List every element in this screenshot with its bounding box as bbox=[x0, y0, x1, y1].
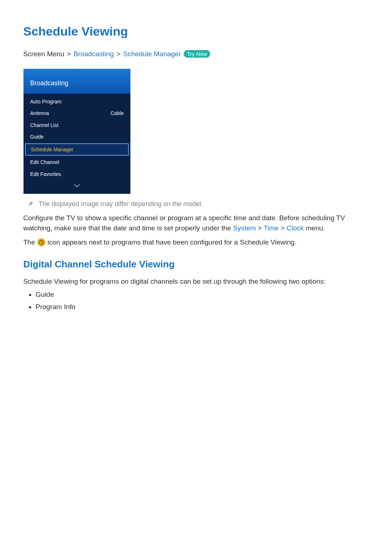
image-disclaimer-text: The displayed image may differ depending… bbox=[38, 199, 203, 209]
image-disclaimer: The displayed image may differ depending… bbox=[28, 199, 369, 209]
broadcasting-menu-card: Broadcasting Auto Program Antenna Cable … bbox=[23, 69, 131, 194]
link-time[interactable]: Time bbox=[264, 224, 279, 232]
list-item: Guide bbox=[36, 290, 369, 300]
menu-item-edit-favorites[interactable]: Edit Favorites bbox=[24, 168, 130, 180]
menu-item-schedule-manager[interactable]: Schedule Manager bbox=[25, 143, 129, 156]
clock-icon bbox=[37, 238, 45, 246]
options-list: Guide Program Info bbox=[36, 290, 369, 312]
subheading-digital-channel: Digital Channel Schedule Viewing bbox=[23, 258, 369, 271]
breadcrumb-schedule-manager[interactable]: Schedule Manager bbox=[123, 50, 181, 58]
body-text: menu. bbox=[304, 224, 325, 232]
body-text: The bbox=[23, 237, 35, 248]
menu-item-channel-list[interactable]: Channel List bbox=[24, 119, 130, 131]
body-text: icon appears next to programs that have … bbox=[48, 237, 297, 248]
breadcrumb-separator: > bbox=[116, 50, 121, 58]
body-paragraph-3: Schedule Viewing for programs on digital… bbox=[23, 276, 369, 287]
try-now-badge[interactable]: Try Now bbox=[184, 50, 210, 58]
menu-item-guide[interactable]: Guide bbox=[24, 131, 130, 143]
menu-item-label: Schedule Manager bbox=[31, 146, 74, 153]
menu-body: Auto Program Antenna Cable Channel List … bbox=[24, 94, 130, 194]
link-system[interactable]: System bbox=[233, 224, 256, 232]
body-paragraph-1: Configure the TV to show a specific chan… bbox=[23, 213, 369, 234]
menu-item-antenna[interactable]: Antenna Cable bbox=[24, 107, 130, 119]
menu-item-label: Edit Channel bbox=[30, 159, 59, 166]
body-paragraph-2: The icon appears next to programs that h… bbox=[23, 237, 369, 248]
menu-item-label: Antenna bbox=[30, 110, 49, 117]
pencil-icon bbox=[28, 200, 33, 209]
menu-item-label: Edit Favorites bbox=[30, 171, 61, 178]
breadcrumb-lead: Screen Menu bbox=[23, 50, 64, 58]
chevron-down-icon bbox=[74, 182, 80, 189]
menu-item-label: Auto Program bbox=[30, 98, 61, 105]
link-clock[interactable]: Clock bbox=[287, 224, 304, 232]
menu-header: Broadcasting bbox=[24, 69, 130, 94]
breadcrumb: Screen Menu > Broadcasting > Schedule Ma… bbox=[23, 49, 369, 59]
menu-item-label: Guide bbox=[30, 133, 44, 140]
menu-item-auto-program[interactable]: Auto Program bbox=[24, 96, 130, 107]
menu-item-value: Cable bbox=[110, 110, 124, 117]
menu-item-label: Channel List bbox=[30, 122, 58, 129]
list-item: Program Info bbox=[36, 302, 369, 312]
breadcrumb-separator: > bbox=[66, 50, 72, 58]
menu-item-edit-channel[interactable]: Edit Channel bbox=[24, 156, 130, 168]
separator: > bbox=[281, 224, 285, 232]
menu-scroll-down[interactable] bbox=[24, 180, 130, 194]
separator: > bbox=[258, 224, 262, 232]
breadcrumb-broadcasting[interactable]: Broadcasting bbox=[74, 50, 114, 58]
page-title: Schedule Viewing bbox=[23, 22, 369, 40]
